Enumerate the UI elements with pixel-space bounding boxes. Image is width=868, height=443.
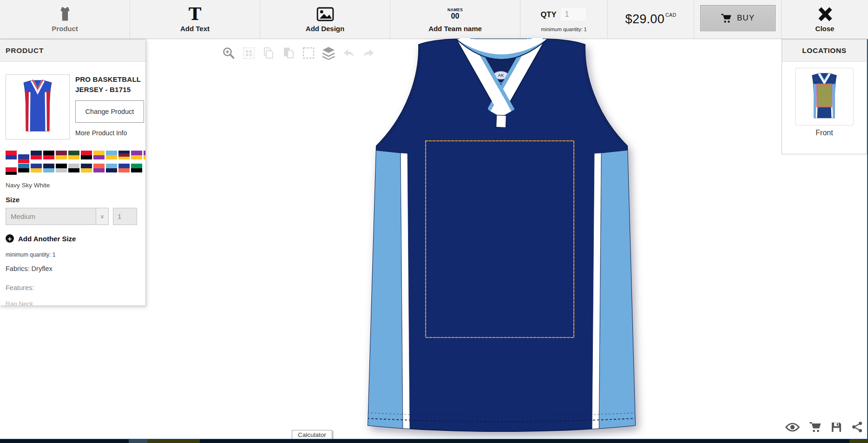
tab-add-design-label: Add Design bbox=[306, 25, 344, 33]
jersey-designer-app: Product T Add Text Add Design NAMES 00 A… bbox=[0, 0, 868, 443]
buy-button[interactable]: BUY bbox=[700, 5, 776, 31]
more-product-info-link[interactable]: More Product Info bbox=[75, 129, 144, 137]
bottom-bar bbox=[0, 439, 868, 443]
footer-actions bbox=[785, 421, 863, 433]
color-swatch[interactable] bbox=[131, 164, 142, 172]
plus-icon: + bbox=[6, 234, 14, 243]
color-swatch[interactable] bbox=[56, 151, 67, 159]
copy-icon[interactable] bbox=[262, 46, 276, 60]
tab-product-label: Product bbox=[52, 25, 78, 33]
color-swatch[interactable] bbox=[81, 164, 92, 172]
qty-input[interactable]: 1 bbox=[560, 7, 587, 21]
color-swatch[interactable] bbox=[18, 164, 29, 172]
color-swatch[interactable] bbox=[31, 164, 42, 172]
color-swatches bbox=[6, 151, 146, 175]
share-icon[interactable] bbox=[851, 421, 863, 433]
price-section: $29.00CAD bbox=[608, 0, 694, 39]
swatch-row bbox=[6, 151, 146, 162]
color-swatch[interactable] bbox=[6, 151, 17, 159]
select-all-icon[interactable] bbox=[242, 46, 256, 60]
save-icon[interactable] bbox=[831, 422, 842, 433]
paste-icon[interactable] bbox=[282, 46, 296, 60]
chevron-down-icon: ∨ bbox=[96, 208, 108, 225]
tab-add-text-label: Add Text bbox=[180, 25, 210, 33]
color-swatch[interactable] bbox=[131, 151, 142, 159]
tab-add-team-name[interactable]: NAMES 00 Add Team name bbox=[390, 0, 520, 39]
layers-icon[interactable] bbox=[322, 46, 335, 60]
preview-eye-icon[interactable] bbox=[785, 422, 800, 432]
undo-icon[interactable] bbox=[342, 46, 355, 60]
location-front-thumbnail[interactable] bbox=[795, 68, 854, 126]
color-swatch[interactable] bbox=[93, 164, 105, 172]
buy-button-label: BUY bbox=[737, 13, 755, 23]
color-swatch[interactable] bbox=[118, 164, 130, 172]
color-swatch[interactable] bbox=[81, 151, 92, 159]
change-product-button[interactable]: Change Product bbox=[75, 100, 144, 123]
jersey-icon bbox=[58, 4, 72, 24]
location-front-jersey bbox=[804, 72, 845, 122]
color-swatch[interactable] bbox=[6, 167, 17, 175]
add-another-size-label: Add Another Size bbox=[18, 235, 76, 243]
tab-product[interactable]: Product bbox=[0, 0, 130, 39]
locations-header: LOCATIONS bbox=[782, 40, 867, 62]
product-title: PRO BASKETBALL JERSEY - B1715 bbox=[75, 74, 144, 95]
quantity-section: QTY 1 minimum quantity: 1 bbox=[520, 0, 608, 39]
size-label: Size bbox=[6, 196, 140, 204]
top-toolbar: Product T Add Text Add Design NAMES 00 A… bbox=[0, 0, 868, 39]
jersey-neck-tab bbox=[496, 115, 506, 128]
team-name-icon: NAMES 00 bbox=[447, 4, 463, 24]
color-swatch[interactable] bbox=[68, 151, 79, 159]
locations-panel: LOCATIONS Front bbox=[782, 39, 867, 154]
color-swatch[interactable] bbox=[56, 164, 67, 172]
add-another-size-button[interactable]: + Add Another Size bbox=[6, 234, 140, 243]
svg-text:AK: AK bbox=[498, 73, 504, 78]
product-thumbnail[interactable] bbox=[6, 74, 70, 139]
marquee-icon[interactable] bbox=[302, 46, 316, 60]
product-panel: PRODUCT PRO BASKETBALL JE bbox=[0, 39, 146, 306]
color-swatch[interactable] bbox=[118, 151, 130, 159]
feature-item: Rap Neck bbox=[6, 300, 140, 306]
tab-add-team-name-label: Add Team name bbox=[428, 25, 482, 33]
size-select[interactable]: Medium ∨ bbox=[6, 208, 109, 225]
location-front-label: Front bbox=[782, 129, 867, 137]
jersey-right-side-panel bbox=[599, 150, 636, 431]
price-amount: $29.00CAD bbox=[625, 12, 677, 26]
color-swatch[interactable] bbox=[144, 151, 146, 159]
size-select-value: Medium bbox=[6, 212, 96, 220]
swatch-row bbox=[6, 164, 146, 175]
color-swatch[interactable] bbox=[43, 164, 54, 172]
canvas-toolbar bbox=[222, 46, 375, 60]
cart-icon[interactable] bbox=[809, 421, 822, 433]
price-currency: CAD bbox=[665, 12, 676, 18]
qty-label: QTY bbox=[541, 10, 557, 19]
minimum-quantity-text: minimum quantity: 1 bbox=[6, 251, 140, 258]
tab-add-text[interactable]: T Add Text bbox=[130, 0, 260, 39]
color-swatch[interactable] bbox=[31, 151, 42, 159]
color-swatch[interactable] bbox=[93, 151, 105, 159]
color-swatch[interactable] bbox=[106, 151, 117, 159]
cart-icon bbox=[721, 13, 732, 23]
color-swatch[interactable] bbox=[18, 154, 29, 163]
tab-add-design[interactable]: Add Design bbox=[260, 0, 390, 39]
fabrics-text: Fabrics: Dryflex bbox=[6, 265, 140, 272]
minimum-quantity-note: minimum quantity: 1 bbox=[541, 26, 586, 32]
text-icon: T bbox=[189, 4, 202, 24]
color-swatch[interactable] bbox=[43, 151, 54, 159]
features-label: Features: bbox=[6, 284, 140, 291]
product-panel-header: PRODUCT bbox=[0, 40, 145, 62]
size-quantity-input[interactable]: 1 bbox=[113, 208, 137, 225]
jersey-preview: AK bbox=[358, 38, 646, 439]
image-icon bbox=[316, 4, 334, 24]
color-swatch[interactable] bbox=[106, 164, 117, 172]
close-icon bbox=[817, 5, 833, 23]
buy-section: BUY bbox=[694, 0, 782, 39]
close-label: Close bbox=[815, 25, 835, 33]
close-button[interactable]: Close bbox=[782, 0, 868, 39]
zoom-in-icon[interactable] bbox=[222, 46, 236, 60]
color-swatch[interactable] bbox=[68, 164, 79, 172]
product-thumbnail-jersey bbox=[14, 79, 61, 135]
selected-color-name: Navy Sky White bbox=[6, 182, 140, 189]
